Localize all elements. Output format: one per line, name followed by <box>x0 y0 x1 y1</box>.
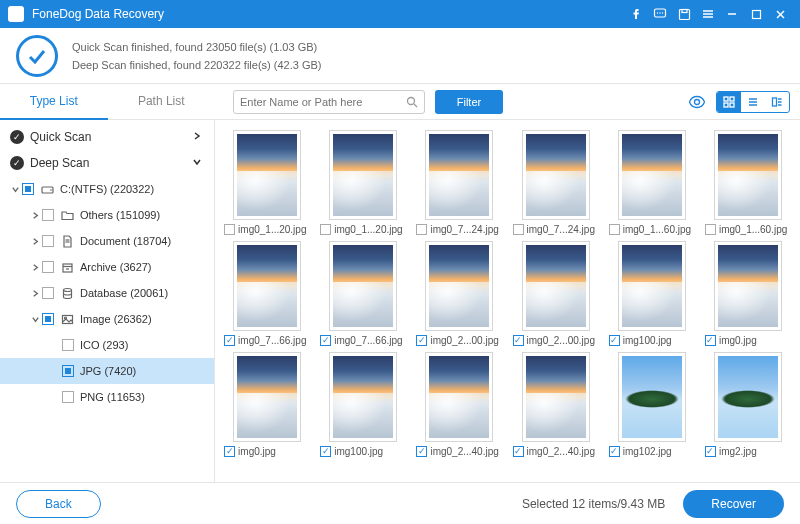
thumbnail-image[interactable] <box>714 241 782 331</box>
thumbnail-checkbox[interactable] <box>513 224 524 235</box>
preview-button[interactable] <box>684 91 710 113</box>
tab-path-list[interactable]: Path List <box>108 84 216 120</box>
checkbox[interactable] <box>62 339 74 351</box>
sidebar-item-others[interactable]: Others (151099) <box>0 202 214 228</box>
thumbnail-checkbox[interactable] <box>513 335 524 346</box>
thumbnail-image[interactable] <box>233 241 301 331</box>
thumbnail-checkbox[interactable] <box>705 335 716 346</box>
thumbnail-item[interactable]: img0_7...66.jpg <box>317 241 409 346</box>
checkbox[interactable] <box>42 313 54 325</box>
checkbox[interactable] <box>62 391 74 403</box>
thumbnail-item[interactable]: img0_7...66.jpg <box>221 241 313 346</box>
thumbnail-checkbox[interactable] <box>224 224 235 235</box>
thumbnail-checkbox[interactable] <box>416 224 427 235</box>
back-button[interactable]: Back <box>16 490 101 518</box>
thumbnail-checkbox[interactable] <box>609 446 620 457</box>
thumbnail-item[interactable]: img0_2...40.jpg <box>413 352 505 457</box>
search-box[interactable] <box>233 90 425 114</box>
thumbnail-item[interactable]: img0.jpg <box>221 352 313 457</box>
thumbnail-filename: img0_7...66.jpg <box>238 335 310 346</box>
feedback-icon[interactable] <box>648 2 672 26</box>
sidebar-item-png[interactable]: PNG (11653) <box>0 384 214 410</box>
thumbnail-image[interactable] <box>618 352 686 442</box>
facebook-icon[interactable] <box>624 2 648 26</box>
thumbnail-checkbox[interactable] <box>320 224 331 235</box>
thumbnail-item[interactable]: img0_7...24.jpg <box>509 130 601 235</box>
maximize-button[interactable] <box>744 2 768 26</box>
thumbnail-item[interactable]: img0_2...40.jpg <box>509 352 601 457</box>
sidebar-item-document[interactable]: Document (18704) <box>0 228 214 254</box>
thumbnail-item[interactable]: img0_2...00.jpg <box>509 241 601 346</box>
thumbnail-image[interactable] <box>522 241 590 331</box>
thumbnail-checkbox[interactable] <box>224 446 235 457</box>
thumbnail-image[interactable] <box>233 130 301 220</box>
checkbox[interactable] <box>42 235 54 247</box>
thumbnail-item[interactable]: img0_1...20.jpg <box>317 130 409 235</box>
thumbnail-image[interactable] <box>618 241 686 331</box>
thumbnail-item[interactable]: img102.jpg <box>606 352 698 457</box>
thumbnail-item[interactable]: img0_1...20.jpg <box>221 130 313 235</box>
thumbnail-item[interactable]: img2.jpg <box>702 352 794 457</box>
sidebar-item-drive[interactable]: C:(NTFS) (220322) <box>0 176 214 202</box>
folder-icon <box>60 208 74 222</box>
thumbnail-checkbox[interactable] <box>513 446 524 457</box>
minimize-button[interactable] <box>720 2 744 26</box>
sidebar-item-quick-scan[interactable]: Quick Scan <box>0 124 214 150</box>
view-list-button[interactable] <box>741 92 765 112</box>
close-button[interactable] <box>768 2 792 26</box>
thumbnail-checkbox[interactable] <box>416 446 427 457</box>
thumbnail-checkbox[interactable] <box>609 335 620 346</box>
thumbnail-checkbox[interactable] <box>705 224 716 235</box>
thumbnail-checkbox[interactable] <box>320 446 331 457</box>
view-detail-button[interactable] <box>765 92 789 112</box>
sidebar-item-deep-scan[interactable]: Deep Scan <box>0 150 214 176</box>
view-grid-button[interactable] <box>717 92 741 112</box>
thumbnail-item[interactable]: img0_2...00.jpg <box>413 241 505 346</box>
sidebar-item-jpg[interactable]: JPG (7420) <box>0 358 214 384</box>
thumbnail-image[interactable] <box>329 130 397 220</box>
thumbnail-image[interactable] <box>329 241 397 331</box>
svg-rect-18 <box>724 103 728 107</box>
checkbox[interactable] <box>62 365 74 377</box>
thumbnail-image[interactable] <box>329 352 397 442</box>
filter-button[interactable]: Filter <box>435 90 503 114</box>
thumbnail-checkbox[interactable] <box>705 446 716 457</box>
thumbnail-item[interactable]: img0_1...60.jpg <box>702 130 794 235</box>
thumbnail-checkbox[interactable] <box>224 335 235 346</box>
thumbnail-image[interactable] <box>425 352 493 442</box>
thumbnail-image[interactable] <box>425 130 493 220</box>
thumbnail-item[interactable]: img0_1...60.jpg <box>606 130 698 235</box>
thumbnail-checkbox[interactable] <box>320 335 331 346</box>
thumbnail-checkbox[interactable] <box>609 224 620 235</box>
tab-type-list[interactable]: Type List <box>0 84 108 120</box>
svg-rect-5 <box>682 9 687 12</box>
checkbox[interactable] <box>42 261 54 273</box>
thumbnail-image[interactable] <box>425 241 493 331</box>
search-input[interactable] <box>240 96 406 108</box>
sidebar-item-database[interactable]: Database (20061) <box>0 280 214 306</box>
checkbox[interactable] <box>22 183 34 195</box>
thumbnail-image[interactable] <box>618 130 686 220</box>
svg-point-34 <box>63 288 71 291</box>
sidebar-item-image[interactable]: Image (26362) <box>0 306 214 332</box>
thumbnail-filename: img0_7...66.jpg <box>334 335 406 346</box>
status-panel: Quick Scan finished, found 23050 file(s)… <box>0 28 800 84</box>
checkbox[interactable] <box>42 287 54 299</box>
thumbnail-image[interactable] <box>522 130 590 220</box>
thumbnail-item[interactable]: img0.jpg <box>702 241 794 346</box>
thumbnail-checkbox[interactable] <box>416 335 427 346</box>
menu-icon[interactable] <box>696 2 720 26</box>
checkbox[interactable] <box>42 209 54 221</box>
thumbnail-image[interactable] <box>714 352 782 442</box>
recover-button[interactable]: Recover <box>683 490 784 518</box>
thumbnail-image[interactable] <box>714 130 782 220</box>
thumbnail-item[interactable]: img100.jpg <box>317 352 409 457</box>
sidebar-item-archive[interactable]: Archive (3627) <box>0 254 214 280</box>
thumbnail-image[interactable] <box>522 352 590 442</box>
sidebar-item-ico[interactable]: ICO (293) <box>0 332 214 358</box>
thumbnail-item[interactable]: img100.jpg <box>606 241 698 346</box>
thumbnail-filename: img0_2...40.jpg <box>430 446 502 457</box>
save-icon[interactable] <box>672 2 696 26</box>
thumbnail-image[interactable] <box>233 352 301 442</box>
thumbnail-item[interactable]: img0_7...24.jpg <box>413 130 505 235</box>
